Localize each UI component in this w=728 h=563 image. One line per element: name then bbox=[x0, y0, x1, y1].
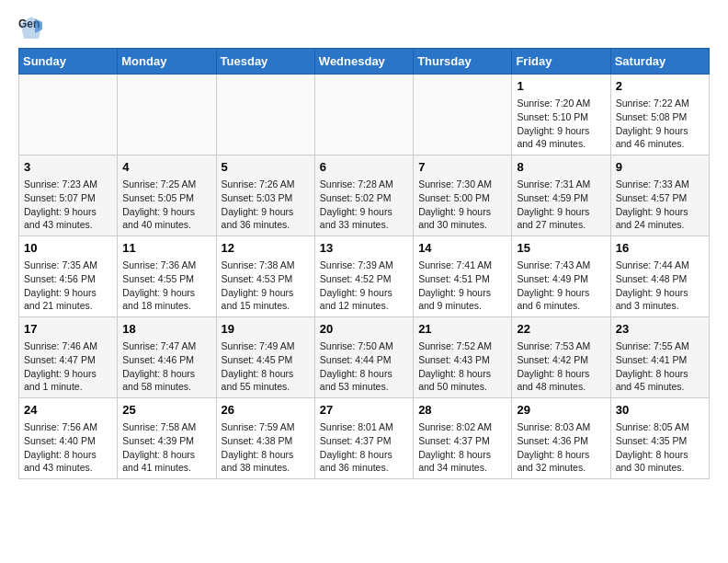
calendar-cell: 30Sunrise: 8:05 AM Sunset: 4:35 PM Dayli… bbox=[610, 398, 709, 479]
day-number: 27 bbox=[320, 402, 408, 419]
day-info: Sunrise: 7:23 AM Sunset: 5:07 PM Dayligh… bbox=[24, 178, 112, 232]
calendar-cell: 19Sunrise: 7:49 AM Sunset: 4:45 PM Dayli… bbox=[216, 317, 314, 398]
svg-marker-2 bbox=[35, 18, 42, 33]
weekday-header: Tuesday bbox=[216, 49, 314, 75]
day-info: Sunrise: 8:02 AM Sunset: 4:37 PM Dayligh… bbox=[418, 420, 506, 475]
calendar-cell: 2Sunrise: 7:22 AM Sunset: 5:08 PM Daylig… bbox=[610, 75, 709, 155]
day-info: Sunrise: 8:01 AM Sunset: 4:37 PM Dayligh… bbox=[320, 420, 408, 475]
calendar-cell bbox=[118, 75, 216, 155]
day-info: Sunrise: 7:59 AM Sunset: 4:38 PM Dayligh… bbox=[222, 420, 310, 475]
day-info: Sunrise: 7:56 AM Sunset: 4:40 PM Dayligh… bbox=[24, 420, 112, 475]
calendar-cell: 24Sunrise: 7:56 AM Sunset: 4:40 PM Dayli… bbox=[19, 398, 118, 479]
calendar-cell: 13Sunrise: 7:39 AM Sunset: 4:52 PM Dayli… bbox=[314, 236, 413, 317]
calendar-cell: 15Sunrise: 7:43 AM Sunset: 4:49 PM Dayli… bbox=[512, 236, 610, 317]
calendar-cell: 7Sunrise: 7:30 AM Sunset: 5:00 PM Daylig… bbox=[414, 155, 512, 236]
day-info: Sunrise: 7:28 AM Sunset: 5:02 PM Dayligh… bbox=[320, 178, 408, 232]
day-info: Sunrise: 7:22 AM Sunset: 5:08 PM Dayligh… bbox=[616, 97, 704, 151]
weekday-header: Saturday bbox=[610, 49, 709, 75]
calendar-cell: 1Sunrise: 7:20 AM Sunset: 5:10 PM Daylig… bbox=[512, 75, 610, 155]
calendar-cell: 6Sunrise: 7:28 AM Sunset: 5:02 PM Daylig… bbox=[314, 155, 413, 236]
weekday-header: Thursday bbox=[414, 49, 512, 75]
day-number: 24 bbox=[24, 402, 112, 419]
day-number: 14 bbox=[418, 240, 506, 257]
day-info: Sunrise: 8:03 AM Sunset: 4:36 PM Dayligh… bbox=[517, 420, 605, 475]
day-number: 1 bbox=[517, 78, 605, 95]
calendar-cell bbox=[216, 75, 314, 155]
day-info: Sunrise: 7:31 AM Sunset: 4:59 PM Dayligh… bbox=[517, 178, 605, 232]
day-info: Sunrise: 7:39 AM Sunset: 4:52 PM Dayligh… bbox=[320, 259, 408, 313]
day-info: Sunrise: 7:33 AM Sunset: 4:57 PM Dayligh… bbox=[616, 178, 704, 232]
day-number: 25 bbox=[122, 402, 210, 419]
day-number: 29 bbox=[517, 402, 605, 419]
calendar-cell bbox=[414, 75, 512, 155]
day-info: Sunrise: 7:58 AM Sunset: 4:39 PM Dayligh… bbox=[122, 420, 210, 475]
day-number: 7 bbox=[418, 159, 506, 176]
day-number: 4 bbox=[122, 159, 210, 176]
day-number: 13 bbox=[320, 240, 408, 257]
day-number: 19 bbox=[222, 321, 310, 338]
day-info: Sunrise: 8:05 AM Sunset: 4:35 PM Dayligh… bbox=[616, 420, 704, 475]
calendar-cell: 22Sunrise: 7:53 AM Sunset: 4:42 PM Dayli… bbox=[512, 317, 610, 398]
day-number: 28 bbox=[418, 402, 506, 419]
day-number: 6 bbox=[320, 159, 408, 176]
calendar-cell: 11Sunrise: 7:36 AM Sunset: 4:55 PM Dayli… bbox=[118, 236, 216, 317]
day-info: Sunrise: 7:41 AM Sunset: 4:51 PM Dayligh… bbox=[418, 259, 506, 313]
day-info: Sunrise: 7:50 AM Sunset: 4:44 PM Dayligh… bbox=[320, 339, 408, 394]
day-number: 22 bbox=[517, 321, 605, 338]
weekday-header: Sunday bbox=[19, 49, 118, 75]
day-info: Sunrise: 7:36 AM Sunset: 4:55 PM Dayligh… bbox=[122, 259, 210, 313]
calendar-week-row: 10Sunrise: 7:35 AM Sunset: 4:56 PM Dayli… bbox=[19, 236, 710, 317]
day-number: 8 bbox=[517, 159, 605, 176]
day-number: 20 bbox=[320, 321, 408, 338]
calendar-cell: 25Sunrise: 7:58 AM Sunset: 4:39 PM Dayli… bbox=[118, 398, 216, 479]
day-number: 18 bbox=[122, 321, 210, 338]
calendar-cell: 12Sunrise: 7:38 AM Sunset: 4:53 PM Dayli… bbox=[216, 236, 314, 317]
day-info: Sunrise: 7:25 AM Sunset: 5:05 PM Dayligh… bbox=[122, 178, 210, 232]
day-number: 9 bbox=[616, 159, 704, 176]
day-info: Sunrise: 7:55 AM Sunset: 4:41 PM Dayligh… bbox=[616, 339, 704, 394]
calendar-cell: 9Sunrise: 7:33 AM Sunset: 4:57 PM Daylig… bbox=[610, 155, 709, 236]
day-info: Sunrise: 7:30 AM Sunset: 5:00 PM Dayligh… bbox=[418, 178, 506, 232]
day-number: 12 bbox=[222, 240, 310, 257]
calendar-week-row: 1Sunrise: 7:20 AM Sunset: 5:10 PM Daylig… bbox=[19, 75, 710, 155]
day-number: 5 bbox=[222, 159, 310, 176]
calendar-cell: 14Sunrise: 7:41 AM Sunset: 4:51 PM Dayli… bbox=[414, 236, 512, 317]
calendar-week-row: 3Sunrise: 7:23 AM Sunset: 5:07 PM Daylig… bbox=[19, 155, 710, 236]
day-number: 21 bbox=[418, 321, 506, 338]
calendar-cell: 3Sunrise: 7:23 AM Sunset: 5:07 PM Daylig… bbox=[19, 155, 118, 236]
calendar-table: SundayMondayTuesdayWednesdayThursdayFrid… bbox=[18, 48, 710, 479]
weekday-header: Friday bbox=[512, 49, 610, 75]
calendar-cell bbox=[314, 75, 413, 155]
calendar-week-row: 17Sunrise: 7:46 AM Sunset: 4:47 PM Dayli… bbox=[19, 317, 710, 398]
calendar-cell: 20Sunrise: 7:50 AM Sunset: 4:44 PM Dayli… bbox=[314, 317, 413, 398]
day-info: Sunrise: 7:26 AM Sunset: 5:03 PM Dayligh… bbox=[222, 178, 310, 232]
calendar-body: 1Sunrise: 7:20 AM Sunset: 5:10 PM Daylig… bbox=[19, 75, 710, 479]
weekday-header: Monday bbox=[118, 49, 216, 75]
calendar-cell: 28Sunrise: 8:02 AM Sunset: 4:37 PM Dayli… bbox=[414, 398, 512, 479]
day-number: 10 bbox=[24, 240, 112, 257]
calendar-cell bbox=[19, 75, 118, 155]
day-info: Sunrise: 7:53 AM Sunset: 4:42 PM Dayligh… bbox=[517, 339, 605, 394]
day-info: Sunrise: 7:38 AM Sunset: 4:53 PM Dayligh… bbox=[222, 259, 310, 313]
logo: Gen bbox=[18, 15, 48, 40]
day-info: Sunrise: 7:20 AM Sunset: 5:10 PM Dayligh… bbox=[517, 97, 605, 151]
day-number: 26 bbox=[222, 402, 310, 419]
day-number: 30 bbox=[616, 402, 704, 419]
calendar-cell: 21Sunrise: 7:52 AM Sunset: 4:43 PM Dayli… bbox=[414, 317, 512, 398]
calendar-cell: 26Sunrise: 7:59 AM Sunset: 4:38 PM Dayli… bbox=[216, 398, 314, 479]
day-info: Sunrise: 7:43 AM Sunset: 4:49 PM Dayligh… bbox=[517, 259, 605, 313]
day-info: Sunrise: 7:35 AM Sunset: 4:56 PM Dayligh… bbox=[24, 259, 112, 313]
day-info: Sunrise: 7:52 AM Sunset: 4:43 PM Dayligh… bbox=[418, 339, 506, 394]
calendar-cell: 23Sunrise: 7:55 AM Sunset: 4:41 PM Dayli… bbox=[610, 317, 709, 398]
calendar-cell: 29Sunrise: 8:03 AM Sunset: 4:36 PM Dayli… bbox=[512, 398, 610, 479]
day-number: 2 bbox=[616, 78, 704, 95]
day-number: 17 bbox=[24, 321, 112, 338]
weekday-header: Wednesday bbox=[314, 49, 413, 75]
calendar-cell: 5Sunrise: 7:26 AM Sunset: 5:03 PM Daylig… bbox=[216, 155, 314, 236]
calendar-cell: 16Sunrise: 7:44 AM Sunset: 4:48 PM Dayli… bbox=[610, 236, 709, 317]
page-header: Gen bbox=[18, 15, 710, 40]
day-number: 16 bbox=[616, 240, 704, 257]
calendar-cell: 27Sunrise: 8:01 AM Sunset: 4:37 PM Dayli… bbox=[314, 398, 413, 479]
calendar-cell: 17Sunrise: 7:46 AM Sunset: 4:47 PM Dayli… bbox=[19, 317, 118, 398]
calendar-cell: 18Sunrise: 7:47 AM Sunset: 4:46 PM Dayli… bbox=[118, 317, 216, 398]
